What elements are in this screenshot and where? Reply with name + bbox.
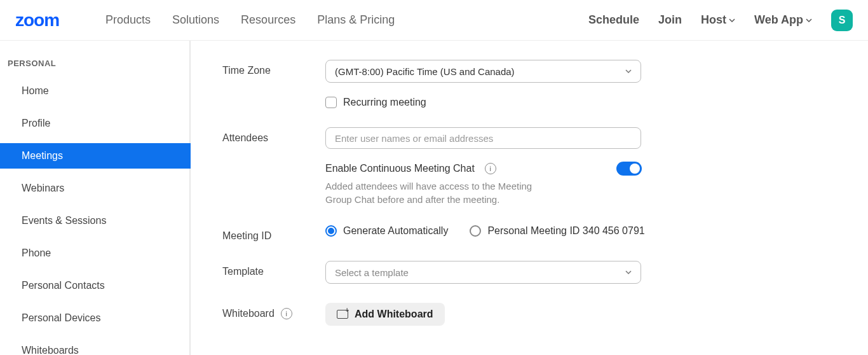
- chevron-down-icon: [625, 269, 632, 275]
- info-icon[interactable]: i: [281, 308, 292, 319]
- nav-products[interactable]: Products: [105, 13, 151, 27]
- recurring-label: Recurring meeting: [343, 97, 426, 108]
- whiteboard-label: Whiteboard i: [222, 303, 325, 319]
- zoom-logo[interactable]: zoom: [15, 11, 86, 29]
- template-label: Template: [222, 261, 325, 277]
- nav-host[interactable]: Host: [701, 13, 735, 27]
- sidebar-item-whiteboards[interactable]: Whiteboards: [0, 338, 191, 355]
- sidebar-item-events[interactable]: Events & Sessions: [0, 208, 191, 233]
- timezone-select[interactable]: (GMT-8:00) Pacific Time (US and Canada): [325, 60, 641, 83]
- recurring-checkbox[interactable]: [325, 97, 337, 108]
- nav-plans[interactable]: Plans & Pricing: [317, 13, 395, 27]
- radio-selected-icon: [325, 225, 337, 237]
- meeting-id-personal-option[interactable]: Personal Meeting ID 340 456 0791: [470, 225, 644, 237]
- nav-host-label: Host: [701, 13, 726, 27]
- continuous-chat-hint: Added attendees will have access to the …: [325, 179, 554, 206]
- meeting-id-auto-label: Generate Automatically: [343, 225, 448, 237]
- radio-empty-icon: [470, 225, 481, 237]
- nav-schedule[interactable]: Schedule: [588, 13, 639, 27]
- add-whiteboard-button[interactable]: Add Whiteboard: [325, 303, 445, 326]
- sidebar-item-meetings[interactable]: Meetings: [0, 143, 191, 169]
- svg-text:zoom: zoom: [15, 11, 59, 29]
- template-placeholder: Select a template: [335, 267, 409, 278]
- sidebar-item-webinars[interactable]: Webinars: [0, 176, 191, 201]
- timezone-label: Time Zone: [222, 60, 325, 76]
- nav-webapp[interactable]: Web App: [754, 13, 812, 27]
- meeting-id-auto-option[interactable]: Generate Automatically: [325, 225, 448, 237]
- nav-solutions[interactable]: Solutions: [172, 13, 219, 27]
- sidebar-section-header: PERSONAL: [0, 59, 191, 78]
- meeting-id-label: Meeting ID: [222, 225, 325, 242]
- continuous-chat-toggle[interactable]: [616, 162, 642, 176]
- sidebar: PERSONAL Home Profile Meetings Webinars …: [0, 41, 191, 355]
- timezone-value: (GMT-8:00) Pacific Time (US and Canada): [335, 66, 515, 77]
- sidebar-item-home[interactable]: Home: [0, 78, 191, 104]
- whiteboard-icon: [337, 310, 348, 319]
- attendees-label: Attendees: [222, 127, 325, 144]
- attendees-input[interactable]: [325, 127, 641, 149]
- chevron-down-icon: [625, 68, 632, 74]
- meeting-form: Time Zone (GMT-8:00) Pacific Time (US an…: [191, 41, 868, 355]
- sidebar-item-contacts[interactable]: Personal Contacts: [0, 273, 191, 298]
- nav-resources[interactable]: Resources: [241, 13, 295, 27]
- top-nav: zoom Products Solutions Resources Plans …: [0, 0, 868, 41]
- template-select[interactable]: Select a template: [325, 261, 641, 284]
- sidebar-item-profile[interactable]: Profile: [0, 111, 191, 136]
- info-icon[interactable]: i: [485, 163, 496, 174]
- sidebar-item-phone[interactable]: Phone: [0, 240, 191, 266]
- chevron-down-icon: [806, 17, 812, 24]
- chevron-down-icon: [729, 17, 735, 24]
- nav-join[interactable]: Join: [658, 13, 682, 27]
- recurring-checkbox-row[interactable]: Recurring meeting: [325, 97, 649, 108]
- primary-nav: Products Solutions Resources Plans & Pri…: [105, 13, 395, 27]
- continuous-chat-label: Enable Continuous Meeting Chat: [325, 163, 475, 174]
- meeting-id-personal-label: Personal Meeting ID 340 456 0791: [487, 225, 644, 237]
- avatar[interactable]: S: [831, 10, 853, 31]
- sidebar-item-devices[interactable]: Personal Devices: [0, 305, 191, 331]
- add-whiteboard-label: Add Whiteboard: [355, 309, 433, 320]
- whiteboard-label-text: Whiteboard: [222, 308, 275, 319]
- secondary-nav: Schedule Join Host Web App S: [588, 10, 853, 31]
- nav-webapp-label: Web App: [754, 13, 803, 27]
